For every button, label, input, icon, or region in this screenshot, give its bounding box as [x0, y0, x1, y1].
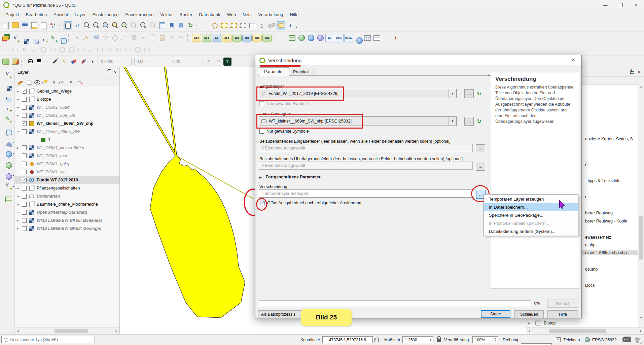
layers-panel-hscrollbar[interactable]: ◄ ► — [15, 327, 119, 334]
redo-secondary-button[interactable]: ↷ — [214, 57, 223, 66]
open-attribute-table-button[interactable] — [248, 21, 257, 30]
export-kml-button[interactable]: KML — [335, 34, 344, 42]
metasearch-button[interactable] — [307, 34, 315, 42]
browser-item-label[interactable]: e — [585, 195, 587, 199]
select-features-tool[interactable] — [220, 21, 229, 30]
render-checkbox[interactable] — [556, 337, 561, 342]
close-dialog-button[interactable]: Schließen — [514, 310, 544, 318]
python-console-button[interactable]: py — [325, 34, 334, 42]
iterate-over-layer-icon[interactable]: ↻ — [475, 117, 484, 126]
add-mesh-layer-button[interactable] — [30, 34, 38, 42]
remove-layer-button[interactable]: ▭ — [76, 78, 83, 86]
close-button[interactable]: ✕ — [629, 0, 644, 10]
globe-plus-button[interactable] — [354, 34, 362, 42]
add-raster-layer-button[interactable] — [20, 34, 29, 42]
checkbox-icon[interactable] — [259, 101, 264, 106]
scroll-thumb[interactable] — [55, 329, 88, 333]
db-manager-button[interactable] — [297, 34, 306, 42]
processing-status-icon[interactable] — [635, 337, 640, 343]
layer-visibility-checkbox[interactable] — [22, 129, 27, 134]
filter-expression-button[interactable]: ε — [50, 78, 58, 86]
browser-item-label[interactable]: berer Reutweg - Kopie — [585, 219, 627, 223]
map-tips-tool[interactable] — [277, 21, 285, 30]
scroll-thumb[interactable] — [549, 329, 606, 333]
start-button[interactable]: Starte — [481, 310, 510, 318]
copy-move-feature-tool[interactable] — [11, 45, 20, 54]
add-postgis-button[interactable] — [3, 136, 12, 145]
open-project-button[interactable] — [11, 21, 20, 30]
measure-tool[interactable] — [267, 21, 276, 30]
scroll-thumb[interactable] — [639, 216, 643, 260]
layer-item[interactable]: ▶Pflanzengesellschaften — [15, 184, 119, 192]
copy-features-button[interactable] — [148, 34, 157, 42]
split-parts-tool[interactable] — [114, 45, 123, 54]
move-feature-tool[interactable] — [1, 45, 10, 54]
dropdown-button[interactable]: ▾ — [88, 57, 97, 66]
layer-visibility-checkbox[interactable] — [22, 162, 27, 166]
grid-2-button[interactable] — [372, 34, 381, 42]
tool-settings-button[interactable] — [79, 57, 87, 66]
expand-all-button[interactable]: » — [59, 78, 66, 86]
browser-item-label[interactable]: n — [585, 162, 587, 167]
add-gpx-layer-button[interactable]: ✎ — [3, 114, 12, 123]
layer-visibility-checkbox[interactable] — [22, 97, 27, 102]
menu-einstellungen[interactable]: Einstellungen — [89, 11, 122, 19]
georeferencer-button[interactable] — [26, 57, 35, 66]
crs-globe-icon[interactable] — [585, 337, 590, 342]
virtual-table-button[interactable] — [288, 34, 296, 42]
map-pencil-button[interactable] — [11, 57, 20, 66]
expander-icon[interactable]: ▶ — [17, 187, 22, 190]
crs-status[interactable]: EPSG:25832 — [592, 338, 617, 342]
layer-item[interactable]: ▶Baumfreie_offene_Moorbereiche — [15, 200, 119, 208]
layer-diagram-button[interactable]: abc — [202, 34, 211, 42]
expander-icon[interactable]: ▶ — [17, 106, 22, 109]
trim-extend-tool[interactable] — [143, 45, 151, 54]
menu-projekt[interactable]: Projekt — [2, 11, 22, 19]
save-edits-button[interactable] — [92, 34, 101, 42]
text-annotation-tool[interactable]: T — [286, 21, 295, 30]
collapse-all-button[interactable]: « — [67, 78, 75, 86]
layer-item[interactable]: Funde WT 2017 2019 — [15, 176, 119, 184]
merge-features-tool[interactable] — [124, 45, 133, 54]
web-service-button[interactable] — [316, 34, 325, 42]
menu-datenbank[interactable]: Datenbank — [196, 11, 224, 19]
layer-visibility-checkbox[interactable] — [22, 113, 27, 118]
pan-to-selection-tool[interactable]: ⇄ — [73, 21, 82, 30]
chevron-down-icon[interactable]: ▼ — [449, 117, 456, 126]
chevron-down-icon[interactable]: ▼ — [449, 89, 456, 98]
scroll-right-icon[interactable]: ► — [638, 330, 644, 333]
menu-netz[interactable]: Netz — [239, 11, 255, 19]
add-wms-button[interactable] — [3, 147, 12, 156]
expander-icon[interactable]: ▶ — [17, 98, 22, 101]
layer-item[interactable]: ▶WT_DGM1_kleiner 669m — [15, 144, 119, 152]
browser-item-label[interactable]: Docs — [585, 283, 595, 288]
delete-ring-tool[interactable] — [67, 45, 76, 54]
raster-picker-button[interactable] — [35, 57, 44, 66]
layer-item[interactable]: ▶Biotope — [15, 95, 119, 103]
iterate-over-layer-icon[interactable]: ↻ — [475, 89, 484, 98]
messages-icon[interactable] — [622, 337, 631, 342]
color-picker-tool[interactable] — [50, 57, 59, 66]
keep-overlay-fields-field[interactable]: 0 Elemente ausgewählt — [259, 162, 473, 170]
maximize-button[interactable] — [613, 0, 629, 10]
expander-icon[interactable]: ▶ — [17, 203, 22, 206]
delete-part-tool[interactable] — [77, 45, 85, 54]
advanced-parameters-expander[interactable]: Fortgeschrittene Parameter — [259, 175, 321, 179]
scroll-left-icon[interactable]: ◄ — [526, 330, 532, 333]
browser-item-label[interactable]: ewaessernetz — [585, 235, 611, 240]
layer-visibility-checkbox[interactable] — [22, 105, 27, 110]
only-selected-overlay-checkbox[interactable]: Nur gewählte Symbole — [259, 129, 309, 134]
layer-visibility-checkbox[interactable] — [22, 218, 27, 223]
float-panel-icon[interactable] — [107, 70, 111, 74]
label-toolbar-4-button[interactable]: abc — [222, 34, 231, 42]
expander-icon[interactable]: ▶ — [17, 219, 22, 222]
toggle-editing-button[interactable]: ✎ — [82, 34, 91, 42]
add-record-button[interactable] — [101, 34, 110, 42]
layer-item[interactable]: ▼OpenStreetMap Standard — [15, 208, 119, 216]
menu-erweiterungen[interactable]: Erweiterungen — [122, 11, 157, 19]
add-wcs-button[interactable] — [3, 159, 12, 167]
delete-selected-button[interactable] — [130, 34, 138, 42]
cut-features-button[interactable]: ✂ — [139, 34, 148, 42]
style-manager-button[interactable] — [48, 21, 57, 30]
geometry-checker-button[interactable]: ✓ — [278, 34, 287, 42]
